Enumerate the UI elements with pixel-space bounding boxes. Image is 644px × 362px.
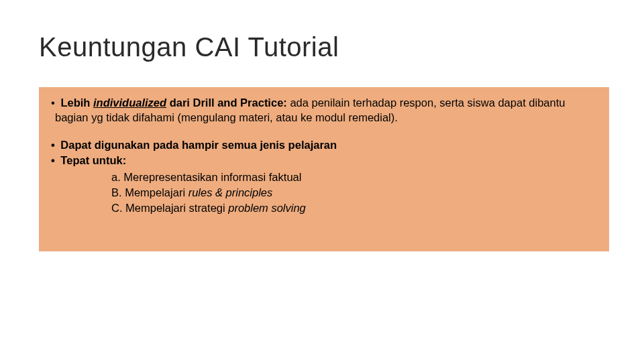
bullet-2-marker: • — [51, 139, 58, 151]
bullet-1-bold-lead: Lebih — [60, 97, 93, 109]
sub-b-pre: Mempelajari — [125, 186, 188, 198]
sub-a-label: a. — [111, 171, 123, 183]
bullet-1: • Lebih individualized dari Drill and Pr… — [51, 95, 597, 125]
bullet-1-marker: • — [51, 97, 58, 109]
bullet-3-text: Tepat untuk: — [58, 154, 126, 166]
sub-a: a. Merepresentasikan informasi faktual — [111, 170, 597, 185]
bullet-2-text: Dapat digunakan pada hampir semua jenis … — [58, 139, 337, 151]
slide-title: Keuntungan CAI Tutorial — [39, 32, 339, 62]
sub-b-label: B. — [111, 186, 125, 198]
bullet-2: • Dapat digunakan pada hampir semua jeni… — [51, 137, 597, 153]
sub-b: B. Mempelajari rules & principles — [111, 185, 597, 200]
sub-c-label: C. — [111, 202, 125, 214]
bullet-3-marker: • — [51, 154, 58, 166]
sub-b-ital: rules & principles — [189, 186, 273, 198]
sub-c-ital: problem solving — [228, 202, 306, 214]
slide: Keuntungan CAI Tutorial • Lebih individu… — [0, 0, 644, 362]
sub-a-text: Merepresentasikan informasi faktual — [123, 171, 301, 183]
content-box: • Lebih individualized dari Drill and Pr… — [39, 87, 609, 251]
bullet-1-individualized: individualized — [93, 97, 166, 109]
bullet-3: • Tepat untuk: — [51, 153, 597, 168]
sub-c-pre: Mempelajari strategi — [125, 202, 228, 214]
sublist: a. Merepresentasikan informasi faktual B… — [51, 170, 597, 216]
bullet-1-bold-tail: dari Drill and Practice: — [166, 97, 287, 109]
sub-c: C. Mempelajari strategi problem solving — [111, 200, 597, 216]
